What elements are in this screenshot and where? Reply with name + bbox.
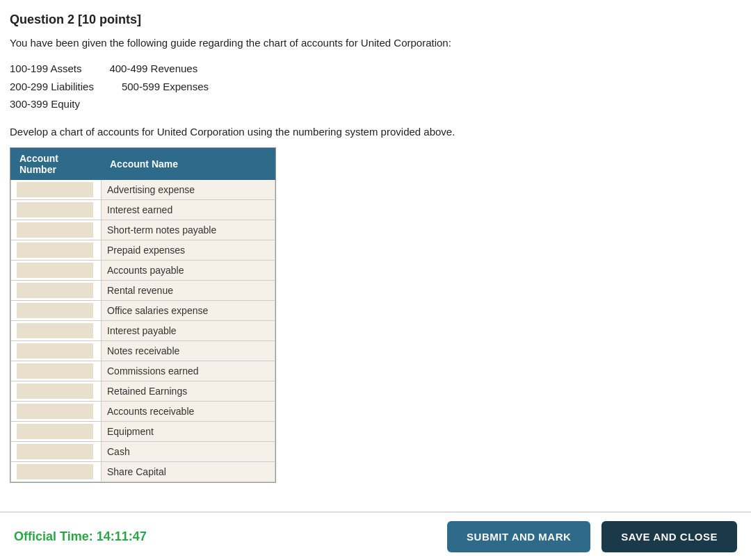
account-number-input-12[interactable]: [17, 424, 93, 439]
account-number-cell-7[interactable]: [11, 320, 102, 340]
time-value: 14:11:47: [97, 529, 147, 543]
account-number-cell-14[interactable]: [11, 461, 102, 481]
account-number-cell-8[interactable]: [11, 340, 102, 361]
account-name-cell-14: Share Capital: [102, 461, 275, 481]
account-name-cell-2: Short-term notes payable: [102, 220, 275, 240]
account-number-cell-11[interactable]: [11, 401, 102, 421]
develop-text: Develop a chart of accounts for United C…: [10, 126, 741, 138]
guide-row2-col2: 500-599 Expenses: [122, 78, 209, 96]
question-desc: You have been given the following guide …: [10, 37, 741, 49]
account-number-cell-10[interactable]: [11, 381, 102, 401]
account-number-input-8[interactable]: [17, 343, 93, 359]
table-row: Retained Earnings: [11, 381, 275, 401]
account-name-cell-11: Accounts receivable: [102, 401, 275, 421]
account-name-cell-1: Interest earned: [102, 199, 275, 220]
account-number-cell-2[interactable]: [11, 220, 102, 240]
account-number-input-11[interactable]: [17, 404, 93, 419]
account-number-input-5[interactable]: [17, 283, 93, 298]
account-name-cell-9: Commissions earned: [102, 361, 275, 381]
table-row: Notes receivable: [11, 340, 275, 361]
accounts-guide: 100-199 Assets 400-499 Revenues 200-299 …: [10, 60, 741, 113]
account-name-cell-3: Prepaid expenses: [102, 240, 275, 260]
account-number-input-14[interactable]: [17, 464, 93, 479]
col-header-account-number: Account Number: [11, 148, 102, 179]
account-number-cell-0[interactable]: [11, 179, 102, 199]
account-number-cell-5[interactable]: [11, 280, 102, 300]
account-name-cell-4: Accounts payable: [102, 260, 275, 280]
account-number-input-6[interactable]: [17, 303, 93, 318]
account-number-input-3[interactable]: [17, 242, 93, 258]
time-label: Official Time:: [14, 529, 93, 543]
account-number-cell-9[interactable]: [11, 361, 102, 381]
table-row: Office salaries expense: [11, 300, 275, 320]
account-name-cell-8: Notes receivable: [102, 340, 275, 361]
table-row: Commissions earned: [11, 361, 275, 381]
guide-row3-col1: 300-399 Equity: [10, 95, 80, 113]
account-number-cell-3[interactable]: [11, 240, 102, 260]
account-name-cell-13: Cash: [102, 441, 275, 461]
footer-bar: Official Time: 14:11:47 SUBMIT AND MARK …: [0, 511, 751, 560]
save-and-close-button[interactable]: SAVE AND CLOSE: [601, 521, 737, 552]
account-number-input-1[interactable]: [17, 202, 93, 217]
table-row: Interest payable: [11, 320, 275, 340]
accounts-table-container: Account Number Account Name Advertising …: [10, 147, 276, 483]
account-number-input-10[interactable]: [17, 384, 93, 399]
guide-row1-col1: 100-199 Assets: [10, 60, 81, 78]
account-number-cell-12[interactable]: [11, 421, 102, 441]
account-number-input-2[interactable]: [17, 222, 93, 238]
guide-row2-col1: 200-299 Liabilities: [10, 78, 94, 96]
accounts-table: Account Number Account Name Advertising …: [10, 148, 275, 482]
table-row: Share Capital: [11, 461, 275, 481]
question-title: Question 2 [10 points]: [10, 13, 741, 27]
account-name-cell-10: Retained Earnings: [102, 381, 275, 401]
table-row: Advertising expense: [11, 179, 275, 199]
official-time: Official Time: 14:11:47: [14, 529, 147, 544]
account-number-input-4[interactable]: [17, 263, 93, 278]
main-content: Question 2 [10 points] You have been giv…: [0, 0, 751, 554]
account-name-cell-6: Office salaries expense: [102, 300, 275, 320]
account-name-cell-0: Advertising expense: [102, 179, 275, 199]
guide-row1-col2: 400-499 Revenues: [109, 60, 197, 78]
account-number-input-9[interactable]: [17, 363, 93, 379]
account-number-cell-13[interactable]: [11, 441, 102, 461]
table-row: Interest earned: [11, 199, 275, 220]
table-row: Accounts receivable: [11, 401, 275, 421]
account-number-cell-4[interactable]: [11, 260, 102, 280]
table-row: Prepaid expenses: [11, 240, 275, 260]
table-row: Accounts payable: [11, 260, 275, 280]
account-name-cell-12: Equipment: [102, 421, 275, 441]
account-name-cell-5: Rental revenue: [102, 280, 275, 300]
account-number-input-0[interactable]: [17, 182, 93, 197]
account-number-input-13[interactable]: [17, 444, 93, 459]
table-row: Rental revenue: [11, 280, 275, 300]
table-row: Short-term notes payable: [11, 220, 275, 240]
account-number-input-7[interactable]: [17, 323, 93, 338]
col-header-account-name: Account Name: [102, 148, 275, 179]
footer-buttons: SUBMIT AND MARK SAVE AND CLOSE: [447, 521, 737, 552]
table-row: Cash: [11, 441, 275, 461]
account-number-cell-1[interactable]: [11, 199, 102, 220]
account-number-cell-6[interactable]: [11, 300, 102, 320]
account-name-cell-7: Interest payable: [102, 320, 275, 340]
table-row: Equipment: [11, 421, 275, 441]
submit-and-mark-button[interactable]: SUBMIT AND MARK: [447, 521, 590, 552]
